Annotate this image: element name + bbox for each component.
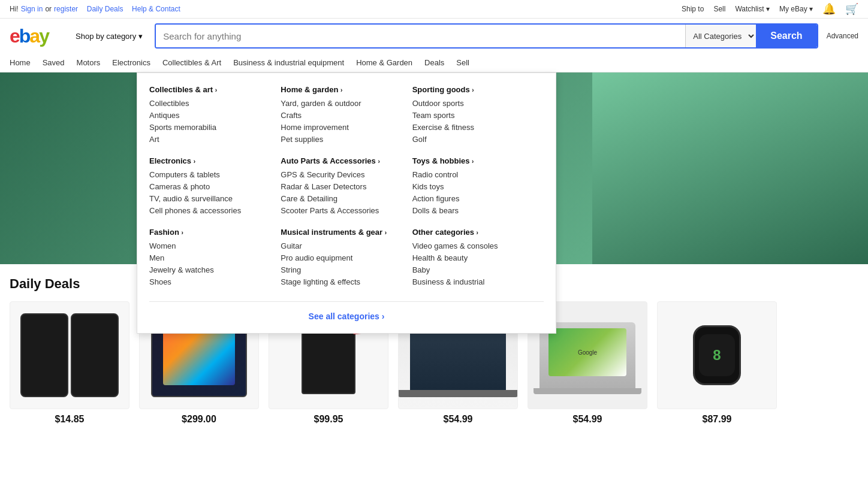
chromebook-screen: Google (548, 328, 626, 376)
sports-memorabilia-link[interactable]: Sports memorabilia (149, 123, 216, 132)
other-categories-link[interactable]: Other categories › (412, 228, 478, 237)
home-improvement-link[interactable]: Home improvement (281, 123, 348, 132)
see-all-categories-link[interactable]: See all categories › (309, 311, 385, 321)
radar-laser-link[interactable]: Radar & Laser Detectors (281, 182, 366, 191)
chevron-down-icon: ▾ (138, 32, 143, 41)
guitar-link[interactable]: Guitar (281, 241, 302, 250)
collectibles-link[interactable]: Collectibles (149, 99, 189, 108)
ship-to-link[interactable]: Ship to (682, 5, 704, 13)
golf-link[interactable]: Golf (412, 135, 427, 144)
laptop-base (398, 390, 518, 397)
stage-lighting-link[interactable]: Stage lighting & effects (281, 277, 360, 286)
dolls-bears-link[interactable]: Dolls & bears (412, 206, 459, 215)
deal-price-4: $54.99 (398, 414, 518, 425)
computers-tablets-link[interactable]: Computers & tablets (149, 170, 220, 179)
action-figures-link[interactable]: Action figures (412, 194, 460, 203)
bell-icon[interactable]: 🔔 (822, 2, 836, 16)
collectibles-art-link[interactable]: Collectibles & art › (149, 85, 217, 94)
nav-business[interactable]: Business & industrial equipment (233, 53, 344, 72)
tv-audio-link[interactable]: TV, audio & surveillance (149, 194, 233, 203)
my-ebay-link[interactable]: My eBay (779, 5, 813, 13)
outdoor-sports-link[interactable]: Outdoor sports (412, 99, 464, 108)
people-illustration (592, 72, 868, 264)
shoes-link[interactable]: Shoes (149, 277, 171, 286)
dropdown-other-categories: Other categories › Video games & console… (412, 228, 544, 299)
nav-saved[interactable]: Saved (43, 53, 65, 72)
nav-sell[interactable]: Sell (456, 53, 469, 72)
dropdown-auto-parts: Auto Parts & Accessories › GPS & Securit… (281, 156, 412, 228)
nav-collectibles[interactable]: Collectibles & Art (162, 53, 221, 72)
shop-by-button[interactable]: Shop by category ▾ (68, 27, 150, 46)
search-button[interactable]: Search (756, 25, 816, 47)
home-garden-link[interactable]: Home & garden › (281, 85, 342, 94)
nav-home-garden[interactable]: Home & Garden (356, 53, 412, 72)
nav-motors[interactable]: Motors (77, 53, 101, 72)
top-bar-left: Hi! Sign in or register Daily Deals Help… (10, 5, 682, 13)
electronics-link[interactable]: Electronics › (149, 156, 195, 165)
dropdown-musical-instruments: Musical instruments & gear › Guitar Pro … (281, 228, 412, 299)
greeting-text: Hi! (10, 5, 19, 13)
nav-electronics[interactable]: Electronics (112, 53, 150, 72)
dropdown-collectibles: Collectibles & art › Collectibles Antiqu… (149, 85, 281, 156)
antiques-link[interactable]: Antiques (149, 111, 180, 120)
pet-supplies-link[interactable]: Pet supplies (281, 135, 323, 144)
toys-hobbies-link[interactable]: Toys & hobbies › (412, 156, 474, 165)
pro-audio-link[interactable]: Pro audio equipment (281, 253, 352, 262)
cell-phones-link[interactable]: Cell phones & accessories (149, 206, 241, 215)
chromebook-base (534, 388, 641, 394)
musical-instruments-link[interactable]: Musical instruments & gear › (281, 228, 387, 237)
yard-garden-link[interactable]: Yard, garden & outdoor (281, 99, 361, 108)
watchlist-link[interactable]: Watchlist (735, 5, 770, 13)
art-link[interactable]: Art (149, 135, 159, 144)
deal-image-6: 8 (657, 301, 777, 409)
advanced-link[interactable]: Advanced (823, 32, 858, 40)
dropdown-electronics: Electronics › Computers & tablets Camera… (149, 156, 281, 228)
scooter-parts-link[interactable]: Scooter Parts & Accessories (281, 206, 379, 215)
nav-deals[interactable]: Deals (424, 53, 444, 72)
help-contact-link[interactable]: Help & Contact (132, 5, 180, 13)
fashion-link[interactable]: Fashion › (149, 228, 183, 237)
deal-price-6: $87.99 (657, 414, 777, 425)
sporting-goods-link[interactable]: Sporting goods › (412, 85, 474, 94)
cart-icon[interactable]: 🛒 (845, 2, 858, 16)
tablet-screen (163, 325, 235, 385)
care-detailing-link[interactable]: Care & Detailing (281, 194, 337, 203)
men-link[interactable]: Men (149, 253, 164, 262)
radio-control-link[interactable]: Radio control (412, 170, 459, 179)
baby-link[interactable]: Baby (412, 265, 430, 274)
string-link[interactable]: String (281, 265, 301, 274)
team-sports-link[interactable]: Team sports (412, 111, 455, 120)
business-industrial-link[interactable]: Business & industrial (412, 277, 485, 286)
register-link[interactable]: register (54, 5, 78, 13)
auto-parts-link[interactable]: Auto Parts & Accessories › (281, 156, 379, 165)
phone-screen-1 (20, 313, 68, 397)
watch-display: 8 (713, 347, 721, 364)
deal-price-5: $54.99 (528, 414, 647, 425)
cameras-photo-link[interactable]: Cameras & photo (149, 182, 210, 191)
video-games-link[interactable]: Video games & consoles (412, 241, 498, 250)
top-bar: Hi! Sign in or register Daily Deals Help… (0, 0, 868, 19)
category-select[interactable]: All Categories (685, 25, 756, 47)
signin-link[interactable]: Sign in (21, 5, 43, 13)
dropdown-fashion: Fashion › Women Men Jewelry & watches Sh… (149, 228, 281, 299)
gps-security-link[interactable]: GPS & Security Devices (281, 170, 364, 179)
deal-price-1: $14.85 (10, 414, 129, 425)
deal-card-1[interactable]: $14.85 (10, 301, 129, 425)
ebay-logo[interactable]: ebay (10, 25, 64, 47)
kids-toys-link[interactable]: Kids toys (412, 182, 444, 191)
nav-bar: Home Saved Motors Electronics Collectibl… (0, 53, 868, 72)
exercise-fitness-link[interactable]: Exercise & fitness (412, 123, 474, 132)
deal-image-1 (10, 301, 129, 409)
daily-deals-link[interactable]: Daily Deals (87, 5, 123, 13)
nav-home[interactable]: Home (10, 53, 31, 72)
search-input[interactable] (156, 25, 685, 47)
dropdown-home-garden: Home & garden › Yard, garden & outdoor C… (281, 85, 412, 156)
sell-link[interactable]: Sell (713, 5, 725, 13)
or-text: or (45, 5, 52, 13)
women-link[interactable]: Women (149, 241, 176, 250)
health-beauty-link[interactable]: Health & beauty (412, 253, 468, 262)
jewelry-watches-link[interactable]: Jewelry & watches (149, 265, 214, 274)
deal-price-3: $99.95 (269, 414, 388, 425)
crafts-link[interactable]: Crafts (281, 111, 302, 120)
deal-card-6[interactable]: 8 $87.99 (657, 301, 777, 425)
